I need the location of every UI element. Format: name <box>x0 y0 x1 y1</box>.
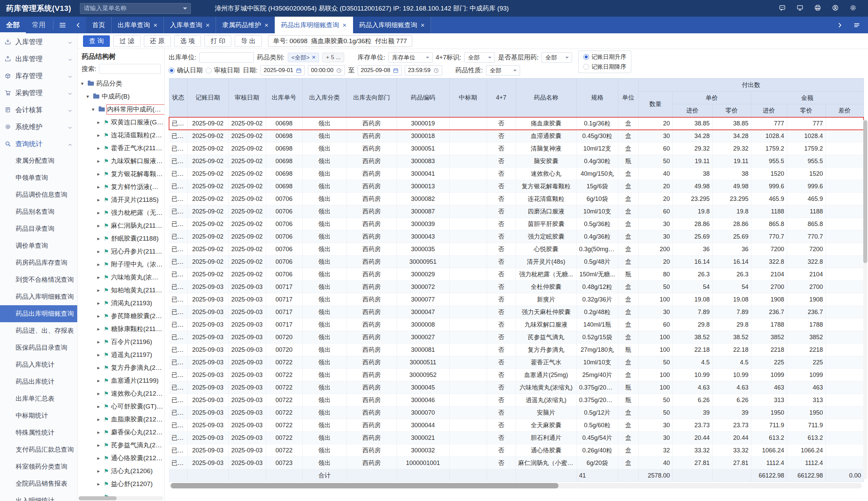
table-row[interactable]: 已审核2025-09-032025-09-0300722领出西药房3000095… <box>169 369 864 381</box>
sidebar-group[interactable]: 入库管理 <box>0 33 77 50</box>
table-row[interactable]: 已审核2025-09-032025-09-0300722领出西药房3000021… <box>169 431 864 444</box>
tree-folder[interactable]: ▾药品分类 <box>77 77 164 90</box>
tree-leaf[interactable]: ▸⚑血脂康胶囊(21202... <box>77 413 164 426</box>
col-amount-retail[interactable]: 零价 <box>787 104 826 117</box>
sidebar-item[interactable]: 隶属分配查询 <box>0 152 77 169</box>
tree-leaf[interactable]: ▸⚑舒眠胶囊(21188) <box>77 232 164 245</box>
expander-icon[interactable]: ▸ <box>97 145 103 151</box>
monitor-icon[interactable] <box>797 4 805 13</box>
table-row[interactable]: 已审核2025-09-022025-09-0200706领出西药房3000035… <box>169 243 864 256</box>
date-from-input[interactable]: 2025-09-01 <box>261 65 305 75</box>
expander-icon[interactable]: ▸ <box>97 171 103 177</box>
category-more-tag[interactable]: + 5 ... <box>322 53 344 62</box>
expander-icon[interactable]: ▸ <box>97 339 103 345</box>
sidebar-group[interactable]: 系统维护 <box>0 118 77 135</box>
tab-close-icon[interactable]: × <box>206 22 210 29</box>
scroll-thumb[interactable] <box>171 483 558 488</box>
sidebar-item[interactable]: 药品入库统计 <box>0 356 77 373</box>
expander-icon[interactable]: ▾ <box>86 94 93 99</box>
sort-desc-radio[interactable]: 记账日期降序 <box>583 63 626 71</box>
expander-icon[interactable]: ▸ <box>97 300 103 306</box>
export-button[interactable]: 导 出 <box>235 35 262 47</box>
sidebar-item[interactable]: 药品调价信息查询 <box>0 186 77 203</box>
table-row[interactable]: 已审核2025-09-022025-09-0200706领出西药房3000039… <box>169 218 864 231</box>
tree-leaf[interactable]: ▸⚑参芪降糖胶囊(2119... <box>77 310 164 322</box>
col-unit[interactable]: 单位 <box>618 78 638 117</box>
expander-icon[interactable]: ▾ <box>81 81 87 87</box>
message-icon[interactable] <box>779 4 787 13</box>
col-drug-name[interactable]: 药品名称 <box>516 78 576 117</box>
sidebar-item[interactable]: 申领单查询 <box>0 169 77 186</box>
sidebar-item[interactable]: 药品别名查询 <box>0 203 77 220</box>
printer-icon[interactable] <box>814 4 823 13</box>
expander-icon[interactable]: ▸ <box>97 326 103 332</box>
date-to-input[interactable]: 2025-09-08 <box>357 65 402 75</box>
sidebar-group[interactable]: 查询统计 <box>0 135 77 152</box>
tree-leaf[interactable]: ▸⚑糖脉康颗粒(21195... <box>77 322 164 335</box>
col-4plus7[interactable]: 4+7 <box>487 78 516 117</box>
tab-close-icon[interactable]: × <box>264 22 268 29</box>
col-io-type[interactable]: 出入库分类 <box>302 78 347 117</box>
col-unitprice-purchase[interactable]: 进价 <box>672 104 712 117</box>
table-row[interactable]: 已审核2025-09-032025-09-0300722领出西药房3000032… <box>169 444 864 457</box>
table-row[interactable]: 已审核2025-09-022025-09-0200698领出西药房3000018… <box>169 130 864 142</box>
sidebar-group[interactable]: 采购管理 <box>0 84 77 101</box>
sidebar-item[interactable]: 特殊属性统计 <box>0 424 77 441</box>
table-row[interactable]: 已审核2025-09-032025-09-0300717领出西药房3000077… <box>169 293 864 306</box>
col-dest-dept[interactable]: 出库去向部门 <box>347 78 397 117</box>
property-select[interactable]: 全部 <box>486 65 520 75</box>
query-button[interactable]: 查 询 <box>83 35 110 47</box>
expander-icon[interactable]: ▸ <box>97 442 103 448</box>
sidebar-item[interactable]: 药房药品库存查询 <box>0 254 77 271</box>
col-bid-period[interactable]: 中标期 <box>449 78 487 117</box>
menu-filter-common[interactable]: 常用 <box>26 17 52 33</box>
sidebar-item[interactable]: 到货不合格情况查询 <box>0 271 77 288</box>
table-row[interactable]: 已审核2025-09-022025-09-0200698领出西药房3000013… <box>169 180 864 193</box>
table-row[interactable]: 已审核2025-09-022025-09-0200698领出西药房3000083… <box>169 155 864 168</box>
table-row[interactable]: 已审核2025-09-032025-09-0300717领出西药房3000072… <box>169 281 864 293</box>
expander-icon[interactable]: ▸ <box>97 184 103 190</box>
expander-icon[interactable]: ▸ <box>97 210 103 216</box>
user-icon[interactable] <box>832 4 840 13</box>
tree-leaf[interactable]: ▸⚑连花清瘟颗粒(2118... <box>77 129 164 142</box>
audit-date-radio[interactable]: 审核日期 <box>206 66 240 75</box>
col-amount-purchase[interactable]: 进价 <box>751 104 787 117</box>
menu-search-input[interactable] <box>84 5 183 12</box>
table-row[interactable]: 已审核2025-09-032025-09-0300723领出西药房1000001… <box>169 457 864 469</box>
expander-icon[interactable]: ▸ <box>97 248 103 255</box>
sidebar-item[interactable]: 出库单汇总表 <box>0 390 77 407</box>
tree-leaf[interactable]: ▸⚑复方鲜竹沥液(无蔗... <box>77 181 164 193</box>
table-row[interactable]: 已审核2025-09-032025-09-0300720领出西药房3000081… <box>169 344 864 356</box>
time-from-input[interactable]: 00:00:00 <box>308 65 345 75</box>
sidebar-item[interactable]: 药品目录查询 <box>0 220 77 237</box>
horizontal-scrollbar[interactable] <box>169 483 862 488</box>
tag-close-icon[interactable]: × <box>312 54 315 61</box>
tree-leaf[interactable]: ▸⚑知柏地黄丸(21192... <box>77 284 164 297</box>
confirm-date-radio[interactable]: 确认日期 <box>169 66 203 75</box>
tree-leaf[interactable]: ▸⚑百令片(21196) <box>77 335 164 348</box>
table-row[interactable]: 已审核2025-09-032025-09-0300722领出西药房3000044… <box>169 419 864 431</box>
table-row[interactable]: 已审核2025-09-032025-09-0300722领出西药房3000046… <box>169 394 864 406</box>
table-row[interactable]: 已审核2025-09-032025-09-0300717领出西药房3000047… <box>169 306 864 319</box>
sidebar-group[interactable]: 库存管理 <box>0 67 77 84</box>
hamburger-menu-icon[interactable] <box>55 17 70 33</box>
tree-horizontal-scrollbar[interactable] <box>79 496 163 500</box>
tree-search-input[interactable] <box>99 64 161 74</box>
tree-leaf[interactable]: ▸⚑心可舒胶囊(GT)(2... <box>77 400 164 413</box>
sidebar-item[interactable]: 中标期统计 <box>0 407 77 424</box>
table-row[interactable]: 已审核2025-09-022025-09-0200706领出西药房3000082… <box>169 193 864 205</box>
sidebar-group[interactable]: 出库管理 <box>0 50 77 67</box>
tab[interactable]: 药品出库明细账查询× <box>275 17 353 33</box>
tab-close-icon[interactable]: × <box>154 22 157 29</box>
table-row[interactable]: 已审核2025-09-022025-09-0200698领出西药房3000041… <box>169 168 864 180</box>
sidebar-item[interactable]: 科室领药分类查询 <box>0 458 77 475</box>
expander-icon[interactable]: ▸ <box>97 391 103 397</box>
sort-asc-radio[interactable]: 记账日期升序 <box>583 53 626 61</box>
col-status[interactable]: 状态 <box>169 78 187 117</box>
tab[interactable]: 出库单查询× <box>112 17 164 33</box>
print-button[interactable]: 打 印 <box>205 35 231 47</box>
menu-search-box[interactable] <box>80 3 191 14</box>
tree-leaf[interactable]: ▸⚑强力枇杷露（无糖... <box>77 206 164 219</box>
tab[interactable]: 药品入库明细账查询× <box>353 17 431 33</box>
table-row[interactable]: 已审核2025-09-032025-09-0300722领出西药房3000070… <box>169 406 864 419</box>
